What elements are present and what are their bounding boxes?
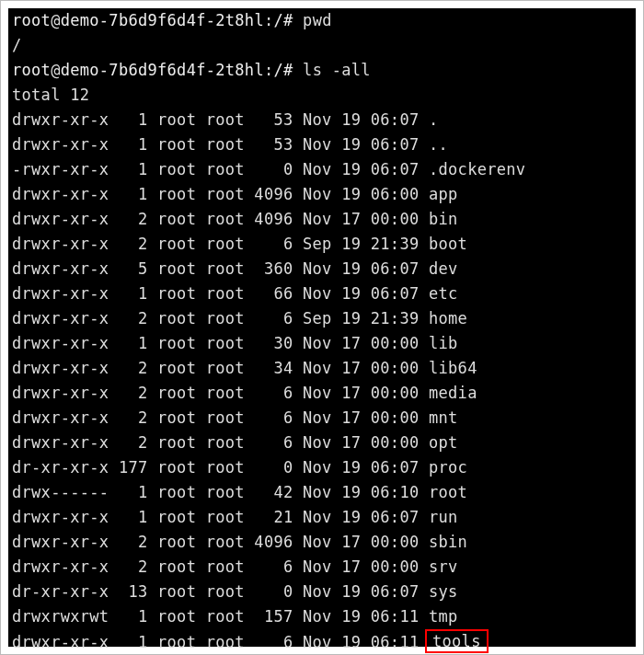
file-name: tmp xyxy=(429,607,458,626)
command-text: ls -all xyxy=(303,61,371,79)
file-name: app xyxy=(429,185,458,203)
file-name: .. xyxy=(429,135,448,154)
prompt-user: root xyxy=(12,61,51,79)
command-line: root@demo-7b6d9f6d4f-2t8hl:/# pwd xyxy=(12,8,632,33)
file-name: opt xyxy=(429,433,458,452)
ls-row: drwxr-xr-x 2 root root 6 Nov 17 00:00 me… xyxy=(12,381,632,406)
prompt-at: @ xyxy=(51,11,61,29)
ls-row: dr-xr-xr-x 13 root root 0 Nov 19 06:07 s… xyxy=(12,580,632,604)
ls-total-line: total 12 xyxy=(12,83,632,108)
file-name: dev xyxy=(429,259,458,278)
ls-row: drwxr-xr-x 2 root root 6 Sep 19 21:39 bo… xyxy=(12,232,632,257)
file-name: etc xyxy=(429,284,458,303)
ls-row: drwxr-xr-x 1 root root 53 Nov 19 06:07 . xyxy=(12,108,632,132)
prompt-at: @ xyxy=(51,61,61,79)
file-name: root xyxy=(429,483,467,501)
ls-row: drwxr-xr-x 1 root root 6 Nov 19 06:11 to… xyxy=(12,629,632,655)
ls-row: drwxr-xr-x 1 root root 53 Nov 19 06:07 .… xyxy=(12,132,632,157)
output-line: / xyxy=(12,33,632,58)
prompt-colon: : xyxy=(264,61,274,79)
file-name: lib xyxy=(429,334,458,352)
file-name: sbin xyxy=(429,533,467,551)
ls-row: -rwxr-xr-x 1 root root 0 Nov 19 06:07 .d… xyxy=(12,157,632,182)
file-name: .dockerenv xyxy=(429,160,525,178)
prompt-symbol: # xyxy=(283,61,293,79)
prompt-symbol: # xyxy=(283,11,293,29)
ls-row: drwxr-xr-x 2 root root 6 Sep 19 21:39 ho… xyxy=(12,306,632,331)
prompt-host: demo-7b6d9f6d4f-2t8hl xyxy=(61,61,264,79)
prompt-path: / xyxy=(273,11,283,29)
ls-row: drwxr-xr-x 1 root root 21 Nov 19 06:07 r… xyxy=(12,505,632,530)
command-text: pwd xyxy=(303,11,332,29)
file-name: home xyxy=(429,309,467,328)
window-frame: root@demo-7b6d9f6d4f-2t8hl:/# pwd/root@d… xyxy=(0,0,644,655)
ls-row: drwxr-xr-x 5 root root 360 Nov 19 06:07 … xyxy=(12,257,632,282)
ls-row: drwxr-xr-x 2 root root 4096 Nov 17 00:00… xyxy=(12,207,632,232)
ls-row: drwxr-xr-x 1 root root 30 Nov 17 00:00 l… xyxy=(12,331,632,356)
file-name: run xyxy=(429,508,458,526)
ls-row: drwxrwxrwt 1 root root 157 Nov 19 06:11 … xyxy=(12,604,632,629)
ls-row: drwxr-xr-x 2 root root 6 Nov 17 00:00 op… xyxy=(12,431,632,455)
ls-row: drwxr-xr-x 2 root root 6 Nov 17 00:00 sr… xyxy=(12,555,632,580)
file-name: . xyxy=(429,110,439,129)
ls-row: drwxr-xr-x 2 root root 6 Nov 17 00:00 mn… xyxy=(12,406,632,431)
terminal[interactable]: root@demo-7b6d9f6d4f-2t8hl:/# pwd/root@d… xyxy=(8,8,636,647)
ls-row: drwxr-xr-x 1 root root 66 Nov 19 06:07 e… xyxy=(12,282,632,306)
file-name: proc xyxy=(429,458,467,477)
ls-row: drwxr-xr-x 2 root root 4096 Nov 17 00:00… xyxy=(12,530,632,555)
prompt-colon: : xyxy=(264,11,274,29)
ls-row: drwx------ 1 root root 42 Nov 19 06:10 r… xyxy=(12,480,632,505)
file-name: srv xyxy=(429,557,458,576)
file-name: lib64 xyxy=(429,359,477,377)
prompt-user: root xyxy=(12,11,51,29)
ls-row: drwxr-xr-x 1 root root 4096 Nov 19 06:00… xyxy=(12,182,632,207)
file-name: sys xyxy=(429,582,458,601)
command-line: root@demo-7b6d9f6d4f-2t8hl:/# ls -all xyxy=(12,58,632,83)
ls-row: drwxr-xr-x 2 root root 34 Nov 17 00:00 l… xyxy=(12,356,632,381)
prompt-host: demo-7b6d9f6d4f-2t8hl xyxy=(61,11,264,29)
file-name: boot xyxy=(429,235,467,253)
prompt-path: / xyxy=(273,61,283,79)
ls-row: dr-xr-xr-x 177 root root 0 Nov 19 06:07 … xyxy=(12,455,632,480)
file-name: media xyxy=(429,384,477,402)
highlighted-file-name: tools xyxy=(425,629,489,653)
file-name: bin xyxy=(429,210,458,228)
file-name: mnt xyxy=(429,408,458,427)
